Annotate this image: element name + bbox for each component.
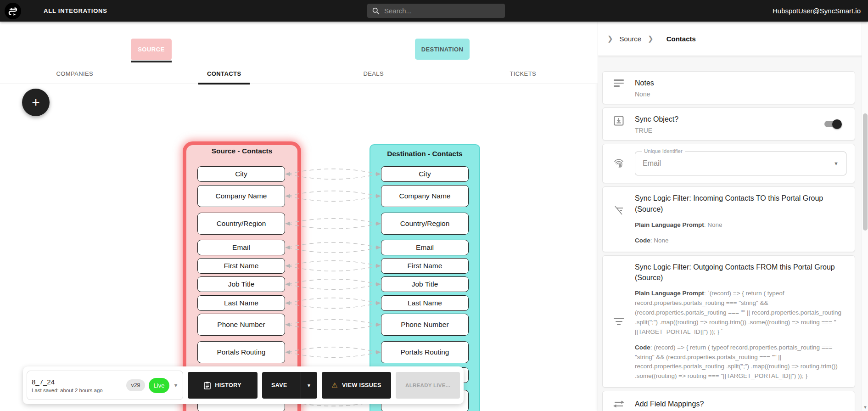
source-field-email[interactable]: Email bbox=[197, 240, 285, 255]
plp-label: Plain Language Prompt bbox=[635, 290, 704, 297]
source-button[interactable]: SOURCE bbox=[131, 39, 172, 60]
filter-off-icon bbox=[613, 205, 624, 216]
incoming-filter-title: Sync Logic Filter: Incoming Contacts TO … bbox=[635, 193, 846, 214]
source-field-city[interactable]: City bbox=[197, 166, 285, 182]
dest-field-email[interactable]: Email bbox=[381, 240, 469, 255]
code-value: : None bbox=[650, 237, 669, 244]
notes-row[interactable]: Notes None bbox=[602, 71, 855, 104]
search-input[interactable] bbox=[384, 7, 494, 15]
source-field-portals-routing[interactable]: Portals Routing bbox=[197, 341, 285, 363]
version-card: 8_7_24 Last saved: about 2 hours ago v29… bbox=[27, 371, 183, 400]
chevron-right-icon: ❯ bbox=[607, 34, 613, 43]
sync-object-title: Sync Object? bbox=[635, 114, 824, 124]
panel-rows: Notes None Sync Object? TRUE bbox=[598, 56, 868, 411]
tab-label: COMPANIES bbox=[56, 70, 93, 77]
tab-label: DEALS bbox=[363, 70, 384, 77]
sync-object-icon bbox=[614, 116, 624, 126]
search-icon bbox=[372, 7, 380, 15]
dest-field-job-title[interactable]: Job Title bbox=[381, 276, 469, 292]
select-caret-icon: ▼ bbox=[834, 161, 839, 166]
notes-title: Notes bbox=[635, 78, 846, 88]
clipboard-icon bbox=[204, 382, 211, 389]
scrollbar-thumb[interactable] bbox=[863, 113, 868, 231]
breadcrumb-contacts[interactable]: Contacts bbox=[666, 35, 696, 43]
user-account[interactable]: HubspotUser@SyncSmart.io bbox=[773, 0, 861, 22]
incoming-filter-row[interactable]: Sync Logic Filter: Incoming Contacts TO … bbox=[602, 186, 855, 252]
tab-label: TICKETS bbox=[510, 70, 536, 77]
version-number-badge: v29 bbox=[126, 379, 145, 391]
tab-deals[interactable]: DEALS bbox=[299, 63, 448, 84]
sync-object-value: TRUE bbox=[635, 127, 824, 134]
object-tabs: COMPANIESCONTACTSDEALSTICKETS bbox=[0, 63, 598, 84]
already-live-button: ALREADY LIVE... bbox=[396, 372, 460, 399]
dest-field-phone-number[interactable]: Phone Number bbox=[381, 314, 469, 336]
scrollbar-down-arrow[interactable]: ▼ bbox=[862, 405, 868, 410]
all-integrations-link[interactable]: ALL INTEGRATIONS bbox=[44, 7, 107, 14]
outgoing-filter-row[interactable]: Sync Logic Filter: Outgoing Contacts FRO… bbox=[602, 255, 855, 388]
source-field-first-name[interactable]: First Name bbox=[197, 258, 285, 274]
source-field-company-name[interactable]: Company Name bbox=[197, 185, 285, 207]
swap-horizontal-icon bbox=[613, 400, 625, 409]
tab-companies[interactable]: COMPANIES bbox=[0, 63, 150, 84]
source-field-job-title[interactable]: Job Title bbox=[197, 276, 285, 292]
outgoing-filter-title: Sync Logic Filter: Outgoing Contacts FRO… bbox=[635, 262, 846, 283]
panel-scrollbar[interactable]: ▼ bbox=[862, 22, 868, 411]
unique-identifier-row: Unique Identifier Email ▼ bbox=[602, 144, 855, 183]
tab-label: CONTACTS bbox=[207, 70, 241, 77]
dest-field-city[interactable]: City bbox=[381, 166, 469, 182]
version-name: 8_7_24 bbox=[32, 378, 126, 386]
canvas-header: SOURCE DESTINATION COMPANIESCONTACTSDEAL… bbox=[0, 22, 598, 84]
dest-field-country-region[interactable]: Country/Region bbox=[381, 213, 469, 235]
save-label[interactable]: SAVE bbox=[262, 372, 297, 399]
outgoing-code: Code: (record) => { return ( typeof reco… bbox=[635, 343, 846, 382]
notes-icon bbox=[614, 79, 624, 98]
dest-field-company-name[interactable]: Company Name bbox=[381, 185, 469, 207]
source-card-title: Source - Contacts bbox=[183, 147, 301, 155]
add-node-button[interactable]: + bbox=[22, 89, 50, 116]
topbar: ALL INTEGRATIONS HubspotUser@SyncSmart.i… bbox=[0, 0, 868, 22]
history-label: HISTORY bbox=[215, 382, 241, 388]
plp-label: Plain Language Prompt bbox=[635, 221, 704, 228]
dest-field-portals-routing[interactable]: Portals Routing bbox=[381, 341, 469, 363]
tab-contacts[interactable]: CONTACTS bbox=[150, 63, 299, 84]
source-field-phone-number[interactable]: Phone Number bbox=[197, 314, 285, 336]
history-button[interactable]: HISTORY bbox=[188, 372, 258, 399]
code-label: Code bbox=[635, 344, 650, 351]
breadcrumb-source[interactable]: Source bbox=[620, 35, 642, 43]
sync-object-row[interactable]: Sync Object? TRUE bbox=[602, 107, 855, 141]
outgoing-plp: Plain Language Prompt: `(record) => { re… bbox=[635, 289, 846, 337]
filter-list-icon bbox=[614, 318, 624, 327]
incoming-code: Code: None bbox=[635, 236, 846, 246]
incoming-plp: Plain Language Prompt: None bbox=[635, 220, 846, 230]
source-field-country-region[interactable]: Country/Region bbox=[197, 213, 285, 235]
notes-value: None bbox=[635, 90, 846, 98]
fingerprint-icon bbox=[613, 158, 625, 169]
unique-identifier-label: Unique Identifier bbox=[642, 148, 685, 154]
view-issues-label: VIEW ISSUES bbox=[342, 382, 381, 388]
version-dropdown-caret[interactable]: ▼ bbox=[173, 383, 178, 388]
sync-object-toggle[interactable] bbox=[824, 119, 841, 129]
dest-field-last-name[interactable]: Last Name bbox=[381, 295, 469, 311]
save-button[interactable]: SAVE ▼ bbox=[262, 372, 317, 399]
version-bar: 8_7_24 Last saved: about 2 hours ago v29… bbox=[23, 366, 464, 404]
plp-value: : None bbox=[704, 221, 722, 228]
dest-field-first-name[interactable]: First Name bbox=[381, 258, 469, 274]
syncsmart-logo-icon[interactable] bbox=[5, 3, 21, 19]
chevron-right-icon: ❯ bbox=[648, 34, 654, 43]
unique-identifier-select[interactable]: Unique Identifier Email ▼ bbox=[635, 152, 846, 175]
properties-panel: ❯ Source ❯ Contacts Notes None bbox=[598, 22, 868, 411]
mapping-canvas[interactable]: SOURCE DESTINATION COMPANIESCONTACTSDEAL… bbox=[0, 22, 598, 411]
save-dropdown-caret[interactable]: ▼ bbox=[301, 372, 317, 399]
add-field-mappings-title: Add Field Mappings? bbox=[635, 399, 846, 409]
add-field-mappings-row[interactable]: Add Field Mappings? bbox=[602, 391, 855, 411]
view-issues-button[interactable]: ⚠ VIEW ISSUES bbox=[322, 372, 392, 399]
last-saved-text: Last saved: about 2 hours ago bbox=[32, 388, 126, 393]
tab-tickets[interactable]: TICKETS bbox=[448, 63, 598, 84]
destination-button[interactable]: DESTINATION bbox=[415, 39, 470, 60]
destination-card-title: Destination - Contacts bbox=[370, 150, 480, 158]
source-field-last-name[interactable]: Last Name bbox=[197, 295, 285, 311]
unique-identifier-value: Email bbox=[643, 159, 834, 168]
live-status-badge: Live bbox=[149, 378, 170, 393]
search-box[interactable] bbox=[367, 4, 505, 18]
warning-icon: ⚠ bbox=[331, 381, 338, 389]
